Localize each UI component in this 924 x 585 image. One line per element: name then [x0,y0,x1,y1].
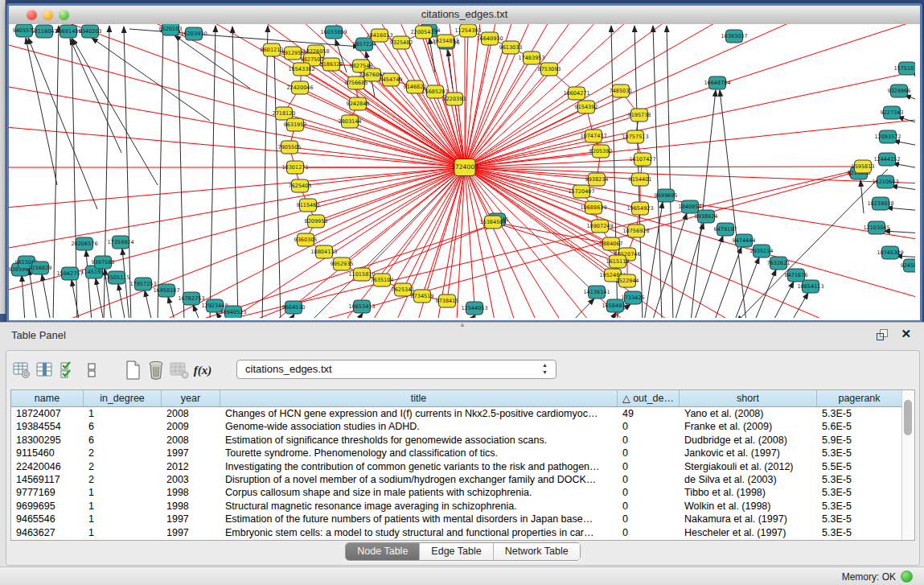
graph-node[interactable]: 14136141 [583,286,610,299]
graph-node[interactable]: 9245012 [901,259,915,272]
graph-node[interactable]: 8734519 [411,290,434,303]
vertical-scrollbar[interactable] [901,390,914,540]
tab-node-table[interactable]: Node Table [346,543,420,560]
close-panel-icon[interactable]: ✕ [901,327,911,341]
graph-node[interactable]: 16203930 [180,27,207,40]
citation-network-graph[interactable]: 9405572181160432069140693402038520103162… [9,24,915,318]
graph-node[interactable]: 18301271 [281,161,308,174]
delete-rows-icon[interactable] [146,359,166,381]
graph-node[interactable]: 9474444 [733,234,756,247]
graph-node[interactable]: 7635104 [371,274,394,286]
graph-node[interactable]: 2803144 [339,115,362,128]
graph-node[interactable]: 6479197 [714,223,737,236]
graph-node[interactable]: 9613033 [499,41,523,54]
tab-network-table[interactable]: Network Table [494,543,580,560]
graph-node[interactable]: 1615112 [606,255,630,268]
function-builder-icon[interactable]: f(x) [192,359,213,381]
select-rows-icon[interactable] [58,359,79,381]
graph-node[interactable]: 8454749 [380,73,403,86]
graph-node[interactable]: 7485031 [610,84,633,97]
graph-node[interactable]: 9325482 [390,36,413,49]
graph-node[interactable]: 9329966 [888,84,911,97]
graph-node[interactable]: 8753093 [538,63,561,76]
graph-node[interactable]: 9195738 [628,109,651,122]
table-row[interactable]: 1456911722003Disruption of a novel membe… [11,473,914,486]
table-row[interactable]: 1938455462009Genome-wide association stu… [11,420,914,433]
graph-node[interactable]: 9952935 [331,257,354,270]
table-row[interactable]: 969969511998Structural magnetic resonanc… [11,500,914,513]
graph-node[interactable]: 16958107 [153,284,179,297]
graph-node[interactable]: 9631952 [284,118,307,131]
select-columns-icon[interactable] [35,359,55,381]
graph-node[interactable]: 15751074 [893,62,915,75]
graph-node[interactable]: 9115460 [297,199,320,212]
graph-node[interactable]: 10393037 [721,30,747,43]
table-row[interactable]: 977716911998Corpus callosum shape and si… [11,486,914,499]
graph-node[interactable]: 9154401 [629,173,652,186]
graph-node[interactable]: 8601213 [261,43,284,56]
graph-node[interactable]: 9154392 [575,101,598,113]
column-header-1[interactable]: in_degree [84,390,162,406]
graph-node[interactable]: 2935114 [750,245,774,257]
graph-node[interactable]: 12544053 [461,302,487,315]
graph-node[interactable]: 9756685 [345,76,368,89]
graph-node[interactable]: 12103045 [863,221,889,234]
graph-node[interactable]: 9227343 [881,106,904,119]
graph-node[interactable]: 10688639 [580,201,606,214]
scrollbar-thumb[interactable] [904,400,912,435]
graph-node[interactable]: 7625405 [289,179,312,192]
graph-node[interactable]: 8938924 [695,210,718,223]
graph-node[interactable]: 1724007 [451,159,478,176]
graph-node[interactable]: 8209958 [305,215,328,228]
network-window-titlebar[interactable]: citations_edges.txt [9,6,920,25]
table-row[interactable]: 1830029562008Estimation of significance … [11,434,914,447]
float-panel-icon[interactable] [876,328,889,340]
graph-node[interactable]: 9604530 [282,301,306,314]
graph-node[interactable]: 1595813 [852,160,875,173]
table-settings-icon[interactable] [11,359,32,381]
column-header-5[interactable]: short [680,390,817,406]
graph-node[interactable]: 8471676 [785,269,808,282]
graph-node[interactable]: 2522944 [616,274,639,287]
tab-edge-table[interactable]: Edge Table [420,543,493,560]
graph-node[interactable]: 9738415 [436,295,459,307]
table-row[interactable]: 946554611997Estimation of the future num… [11,513,914,525]
memory-ok-indicator[interactable] [901,571,913,583]
graph-node[interactable]: 9938234 [585,173,609,186]
graph-node[interactable]: 15942757 [56,267,83,280]
table-row[interactable]: 2242004622012Investigating the contribut… [11,460,914,473]
graph-node[interactable]: 1156829 [29,262,52,274]
graph-node[interactable]: 7632621 [767,257,791,270]
split-resize-handle[interactable]: ▲ [458,323,466,328]
graph-node[interactable]: 10745309 [877,246,903,259]
table-row[interactable]: 1872400712008Changes of HCN gene express… [11,407,914,420]
table-row[interactable]: 911546021997Tourette syndrome. Phenomeno… [11,447,914,459]
graph-node[interactable]: 8205392 [589,145,613,158]
graph-node[interactable]: 16640930 [476,32,503,45]
graph-node[interactable]: 20206576 [71,237,97,250]
graph-node[interactable]: 8186328 [320,58,343,71]
graph-node[interactable]: 16648784 [704,76,730,89]
network-view-canvas[interactable]: 9405572181160432069140693402038520103162… [9,24,920,320]
new-table-icon[interactable] [122,359,143,381]
column-header-6[interactable]: pagerank [817,390,902,406]
graph-node[interactable]: 17359924 [107,236,133,249]
row-height-icon[interactable] [81,359,102,381]
graph-node[interactable]: 16033809 [320,26,347,39]
graph-node[interactable]: 9360305 [294,233,318,246]
column-header-2[interactable]: year [162,390,220,406]
column-header-4[interactable]: △ out_de… [618,390,680,406]
graph-node[interactable]: 18757513 [622,130,648,143]
graph-node[interactable]: 9397588 [92,256,115,269]
graph-node[interactable]: 19654923 [626,202,653,215]
graph-node[interactable]: 10804135 [310,245,337,258]
graph-node[interactable]: 7905505 [278,141,302,154]
graph-node[interactable]: 9699695 [655,189,678,202]
column-header-0[interactable]: name [11,390,84,406]
graph-node[interactable]: 9340203 [79,25,102,38]
graph-node[interactable]: 18907249 [586,220,613,233]
graph-node[interactable]: 8520103 [159,24,183,35]
graph-node[interactable]: 16107427 [629,153,655,166]
graph-node[interactable]: 9242848 [347,97,370,110]
graph-node[interactable]: 8220393 [443,93,466,105]
